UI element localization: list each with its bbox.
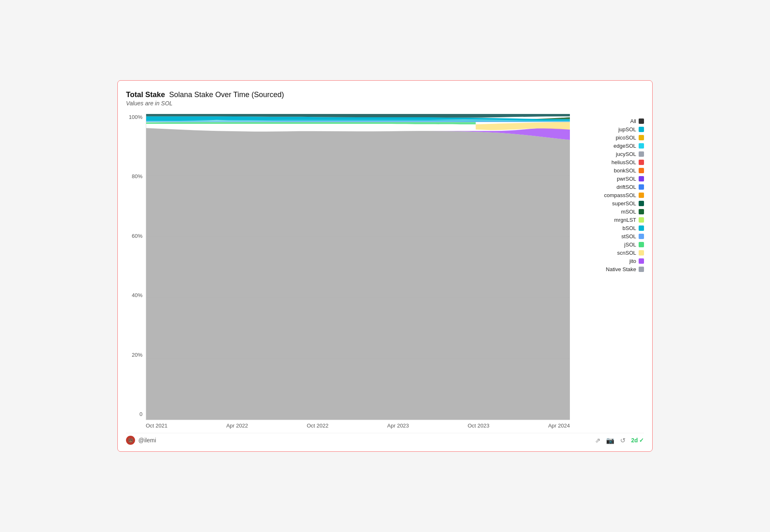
legend-item: pwrSOL	[580, 176, 644, 182]
legend-label: pwrSOL	[617, 176, 636, 182]
legend-item: edgeSOL	[580, 143, 644, 149]
legend-label: bSOL	[623, 225, 636, 231]
x-axis: Oct 2021 Apr 2022 Oct 2022 Apr 2023 Oct …	[146, 420, 570, 429]
chart-header: Total Stake Solana Stake Over Time (Sour…	[126, 91, 644, 112]
legend-label: jupSOL	[618, 126, 636, 132]
legend-label: jito	[629, 258, 636, 264]
y-label-80: 80%	[132, 173, 142, 179]
y-axis: 100% 80% 60% 40% 20% 0	[126, 114, 146, 429]
legend-item: mSOL	[580, 209, 644, 215]
camera-icon[interactable]: 📷	[606, 437, 614, 444]
legend-item: jito	[580, 258, 644, 264]
legend-swatch	[639, 143, 644, 149]
x-label-oct2022: Oct 2022	[307, 423, 329, 429]
legend-item: driftSOL	[580, 184, 644, 190]
legend-label: heliusSOL	[611, 159, 636, 165]
y-label-60: 60%	[132, 233, 142, 239]
badge-label: 2d	[631, 437, 638, 444]
legend-item: jSOL	[580, 242, 644, 248]
legend-item: picoSOL	[580, 135, 644, 141]
legend-label: Native Stake	[606, 266, 636, 272]
legend-item: superSOL	[580, 200, 644, 207]
age-badge: 2d ✓	[631, 437, 644, 444]
x-label-apr2022: Apr 2022	[226, 423, 248, 429]
chart-title-bold: Total Stake	[126, 91, 165, 99]
footer-right: ⇗ 📷 ↺ 2d ✓	[595, 437, 644, 444]
share-icon[interactable]: ⇗	[595, 437, 600, 444]
legend-item: bSOL	[580, 225, 644, 231]
legend-swatch	[639, 250, 644, 256]
legend-swatch	[639, 234, 644, 239]
legend-swatch	[639, 127, 644, 132]
legend-swatch	[639, 242, 644, 247]
legend-label: bonkSOL	[614, 167, 636, 174]
legend-item: All	[580, 118, 644, 124]
legend-item: jupSOL	[580, 126, 644, 132]
chart-and-legend: 100% 80% 60% 40% 20% 0	[126, 114, 644, 429]
legend-swatch	[639, 201, 644, 206]
legend-item: mrgnLST	[580, 217, 644, 223]
legend-label: mSOL	[621, 209, 636, 215]
plot-wrapper	[146, 114, 570, 420]
legend-label: edgeSOL	[614, 143, 636, 149]
legend-item: Native Stake	[580, 266, 644, 272]
legend-label: scnSOL	[617, 250, 636, 256]
legend-swatch	[639, 217, 644, 223]
legend-swatch	[639, 118, 644, 124]
y-label-20: 20%	[132, 352, 142, 358]
legend-label: jSOL	[624, 242, 636, 248]
refresh-icon[interactable]: ↺	[620, 437, 625, 444]
legend-swatch	[639, 184, 644, 190]
legend-label: jucySOL	[616, 151, 636, 157]
x-label-oct2021: Oct 2021	[146, 423, 168, 429]
y-label-40: 40%	[132, 292, 142, 298]
legend-swatch	[639, 160, 644, 165]
legend-label: superSOL	[612, 200, 636, 207]
footer: 🐻 @ilemi ⇗ 📷 ↺ 2d ✓	[126, 433, 644, 445]
chart-subtitle: Values are in SOL	[126, 100, 644, 107]
chart-title-normal: Solana Stake Over Time (Sourced)	[169, 91, 284, 99]
chart-svg	[146, 114, 570, 420]
legend-item: bonkSOL	[580, 167, 644, 174]
legend-swatch	[639, 225, 644, 231]
legend-swatch	[639, 193, 644, 198]
legend-swatch	[639, 168, 644, 173]
x-label-apr2023: Apr 2023	[387, 423, 409, 429]
legend-label: driftSOL	[616, 184, 636, 190]
legend-item: heliusSOL	[580, 159, 644, 165]
footer-left: 🐻 @ilemi	[126, 436, 156, 445]
legend-swatch	[639, 267, 644, 272]
legend-label: compassSOL	[604, 192, 636, 198]
legend-swatch	[639, 176, 644, 181]
legend-label: All	[630, 118, 636, 124]
chart-area: 100% 80% 60% 40% 20% 0	[126, 114, 570, 429]
username: @ilemi	[138, 437, 156, 444]
legend-label: stSOL	[621, 233, 636, 239]
legend-item: stSOL	[580, 233, 644, 239]
y-label-0: 0	[140, 411, 142, 417]
chart-container: Total Stake Solana Stake Over Time (Sour…	[117, 80, 653, 452]
user-avatar: 🐻	[126, 436, 135, 445]
plot-and-xaxis: Oct 2021 Apr 2022 Oct 2022 Apr 2023 Oct …	[146, 114, 570, 429]
legend-item: jucySOL	[580, 151, 644, 157]
legend-item: compassSOL	[580, 192, 644, 198]
legend-item: scnSOL	[580, 250, 644, 256]
legend-swatch	[639, 151, 644, 157]
x-label-oct2023: Oct 2023	[468, 423, 490, 429]
legend-label: picoSOL	[616, 135, 636, 141]
legend-swatch	[639, 209, 644, 214]
legend-swatch	[639, 135, 644, 140]
legend: All jupSOL picoSOL edgeSOL jucySOL heliu…	[570, 114, 644, 429]
legend-swatch	[639, 258, 644, 264]
x-label-apr2024: Apr 2024	[548, 423, 570, 429]
y-label-100: 100%	[129, 114, 142, 120]
check-icon: ✓	[639, 437, 644, 444]
legend-label: mrgnLST	[614, 217, 636, 223]
